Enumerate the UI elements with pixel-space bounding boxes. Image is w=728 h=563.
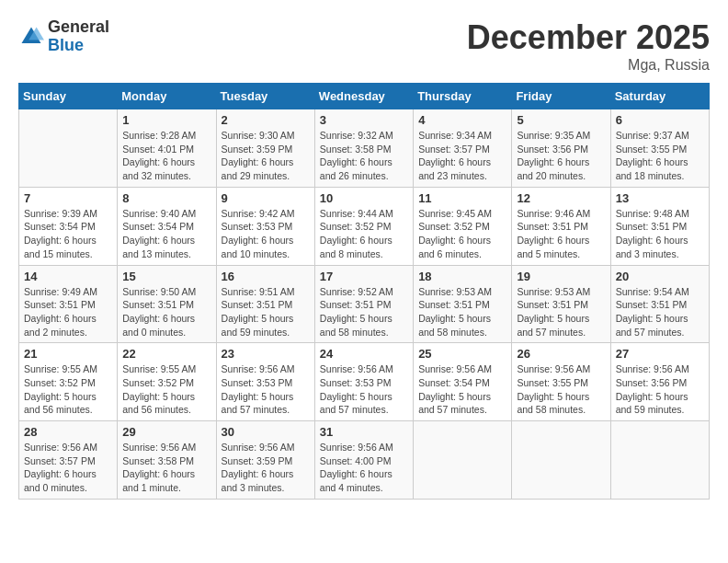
header: General Blue December 2025 Mga, Russia xyxy=(18,18,710,74)
week-row-2: 14Sunrise: 9:49 AM Sunset: 3:51 PM Dayli… xyxy=(19,265,710,343)
day-number: 1 xyxy=(122,113,210,127)
calendar-cell: 5Sunrise: 9:35 AM Sunset: 3:56 PM Daylig… xyxy=(512,109,610,188)
day-info: Sunrise: 9:42 AM Sunset: 3:53 PM Dayligh… xyxy=(222,207,310,261)
calendar-cell: 7Sunrise: 9:39 AM Sunset: 3:54 PM Daylig… xyxy=(19,187,118,265)
day-number: 2 xyxy=(222,113,310,127)
calendar-cell: 16Sunrise: 9:51 AM Sunset: 3:51 PM Dayli… xyxy=(216,265,314,343)
day-number: 26 xyxy=(517,347,605,361)
day-info: Sunrise: 9:56 AM Sunset: 3:59 PM Dayligh… xyxy=(222,441,310,495)
calendar-cell: 1Sunrise: 9:28 AM Sunset: 4:01 PM Daylig… xyxy=(118,109,216,188)
calendar-cell: 13Sunrise: 9:48 AM Sunset: 3:51 PM Dayli… xyxy=(610,187,709,265)
day-info: Sunrise: 9:40 AM Sunset: 3:54 PM Dayligh… xyxy=(122,207,210,261)
day-number: 14 xyxy=(24,270,112,283)
day-number: 9 xyxy=(222,191,310,205)
day-number: 22 xyxy=(122,347,210,361)
location: Mga, Russia xyxy=(467,57,710,74)
day-number: 12 xyxy=(517,191,605,205)
day-info: Sunrise: 9:45 AM Sunset: 3:52 PM Dayligh… xyxy=(418,207,506,261)
logo: General Blue xyxy=(18,18,109,55)
calendar-cell: 31Sunrise: 9:56 AM Sunset: 4:00 PM Dayli… xyxy=(314,421,413,500)
day-number: 30 xyxy=(222,425,310,439)
day-info: Sunrise: 9:35 AM Sunset: 3:56 PM Dayligh… xyxy=(517,129,605,183)
header-day-wednesday: Wednesday xyxy=(314,84,413,109)
calendar-cell xyxy=(610,421,709,500)
day-number: 7 xyxy=(24,191,112,205)
day-info: Sunrise: 9:56 AM Sunset: 4:00 PM Dayligh… xyxy=(320,441,408,495)
day-info: Sunrise: 9:56 AM Sunset: 3:54 PM Dayligh… xyxy=(418,362,506,417)
day-number: 28 xyxy=(24,425,112,439)
day-number: 31 xyxy=(320,425,408,439)
calendar-cell: 20Sunrise: 9:54 AM Sunset: 3:51 PM Dayli… xyxy=(610,265,709,343)
day-info: Sunrise: 9:56 AM Sunset: 3:55 PM Dayligh… xyxy=(517,362,605,417)
day-info: Sunrise: 9:56 AM Sunset: 3:53 PM Dayligh… xyxy=(222,362,310,417)
calendar-cell xyxy=(19,109,118,188)
calendar-cell: 9Sunrise: 9:42 AM Sunset: 3:53 PM Daylig… xyxy=(216,187,314,265)
day-number: 11 xyxy=(418,191,506,205)
logo-icon xyxy=(18,24,44,50)
day-number: 15 xyxy=(122,270,210,283)
calendar-cell: 30Sunrise: 9:56 AM Sunset: 3:59 PM Dayli… xyxy=(216,421,314,500)
day-number: 6 xyxy=(616,113,704,127)
header-day-sunday: Sunday xyxy=(19,84,118,109)
header-day-monday: Monday xyxy=(118,84,216,109)
calendar-cell: 12Sunrise: 9:46 AM Sunset: 3:51 PM Dayli… xyxy=(512,187,610,265)
calendar-cell: 2Sunrise: 9:30 AM Sunset: 3:59 PM Daylig… xyxy=(216,109,314,188)
header-day-tuesday: Tuesday xyxy=(216,84,314,109)
day-info: Sunrise: 9:55 AM Sunset: 3:52 PM Dayligh… xyxy=(122,362,210,417)
calendar-cell: 19Sunrise: 9:53 AM Sunset: 3:51 PM Dayli… xyxy=(512,265,610,343)
day-number: 4 xyxy=(418,113,506,127)
day-info: Sunrise: 9:56 AM Sunset: 3:57 PM Dayligh… xyxy=(24,441,112,495)
calendar-cell: 11Sunrise: 9:45 AM Sunset: 3:52 PM Dayli… xyxy=(414,187,512,265)
day-info: Sunrise: 9:49 AM Sunset: 3:51 PM Dayligh… xyxy=(24,285,112,339)
day-number: 5 xyxy=(517,113,605,127)
header-day-friday: Friday xyxy=(512,84,610,109)
calendar-cell: 10Sunrise: 9:44 AM Sunset: 3:52 PM Dayli… xyxy=(314,187,413,265)
day-info: Sunrise: 9:52 AM Sunset: 3:51 PM Dayligh… xyxy=(320,285,408,339)
header-day-thursday: Thursday xyxy=(414,84,512,109)
calendar-cell: 29Sunrise: 9:56 AM Sunset: 3:58 PM Dayli… xyxy=(118,421,216,500)
day-number: 18 xyxy=(418,270,506,283)
calendar-cell: 18Sunrise: 9:53 AM Sunset: 3:51 PM Dayli… xyxy=(414,265,512,343)
header-row: SundayMondayTuesdayWednesdayThursdayFrid… xyxy=(19,84,710,109)
calendar-cell: 22Sunrise: 9:55 AM Sunset: 3:52 PM Dayli… xyxy=(118,343,216,421)
calendar-cell: 24Sunrise: 9:56 AM Sunset: 3:53 PM Dayli… xyxy=(314,343,413,421)
day-info: Sunrise: 9:34 AM Sunset: 3:57 PM Dayligh… xyxy=(418,129,506,183)
day-info: Sunrise: 9:53 AM Sunset: 3:51 PM Dayligh… xyxy=(418,285,506,339)
calendar-cell: 25Sunrise: 9:56 AM Sunset: 3:54 PM Dayli… xyxy=(414,343,512,421)
logo-general: General Blue xyxy=(48,18,109,55)
day-info: Sunrise: 9:56 AM Sunset: 3:53 PM Dayligh… xyxy=(320,362,408,417)
calendar-cell: 15Sunrise: 9:50 AM Sunset: 3:51 PM Dayli… xyxy=(118,265,216,343)
day-info: Sunrise: 9:55 AM Sunset: 3:52 PM Dayligh… xyxy=(24,362,112,417)
calendar-table: SundayMondayTuesdayWednesdayThursdayFrid… xyxy=(18,83,710,500)
day-number: 8 xyxy=(122,191,210,205)
calendar-cell: 23Sunrise: 9:56 AM Sunset: 3:53 PM Dayli… xyxy=(216,343,314,421)
calendar-cell: 4Sunrise: 9:34 AM Sunset: 3:57 PM Daylig… xyxy=(414,109,512,188)
calendar-cell: 26Sunrise: 9:56 AM Sunset: 3:55 PM Dayli… xyxy=(512,343,610,421)
day-number: 20 xyxy=(616,270,704,283)
day-info: Sunrise: 9:46 AM Sunset: 3:51 PM Dayligh… xyxy=(517,207,605,261)
calendar-cell: 27Sunrise: 9:56 AM Sunset: 3:56 PM Dayli… xyxy=(610,343,709,421)
day-info: Sunrise: 9:56 AM Sunset: 3:56 PM Dayligh… xyxy=(616,362,704,417)
title-area: December 2025 Mga, Russia xyxy=(467,18,710,74)
day-number: 13 xyxy=(616,191,704,205)
day-info: Sunrise: 9:39 AM Sunset: 3:54 PM Dayligh… xyxy=(24,207,112,261)
calendar-cell: 21Sunrise: 9:55 AM Sunset: 3:52 PM Dayli… xyxy=(19,343,118,421)
day-info: Sunrise: 9:32 AM Sunset: 3:58 PM Dayligh… xyxy=(320,129,408,183)
day-info: Sunrise: 9:50 AM Sunset: 3:51 PM Dayligh… xyxy=(122,285,210,339)
day-info: Sunrise: 9:30 AM Sunset: 3:59 PM Dayligh… xyxy=(222,129,310,183)
day-number: 29 xyxy=(122,425,210,439)
day-info: Sunrise: 9:28 AM Sunset: 4:01 PM Dayligh… xyxy=(122,129,210,183)
calendar-cell: 14Sunrise: 9:49 AM Sunset: 3:51 PM Dayli… xyxy=(19,265,118,343)
day-info: Sunrise: 9:44 AM Sunset: 3:52 PM Dayligh… xyxy=(320,207,408,261)
day-number: 23 xyxy=(222,347,310,361)
day-number: 25 xyxy=(418,347,506,361)
day-number: 10 xyxy=(320,191,408,205)
day-info: Sunrise: 9:51 AM Sunset: 3:51 PM Dayligh… xyxy=(222,285,310,339)
calendar-cell: 17Sunrise: 9:52 AM Sunset: 3:51 PM Dayli… xyxy=(314,265,413,343)
day-number: 21 xyxy=(24,347,112,361)
week-row-4: 28Sunrise: 9:56 AM Sunset: 3:57 PM Dayli… xyxy=(19,421,710,500)
week-row-1: 7Sunrise: 9:39 AM Sunset: 3:54 PM Daylig… xyxy=(19,187,710,265)
day-info: Sunrise: 9:37 AM Sunset: 3:55 PM Dayligh… xyxy=(616,129,704,183)
week-row-3: 21Sunrise: 9:55 AM Sunset: 3:52 PM Dayli… xyxy=(19,343,710,421)
day-info: Sunrise: 9:48 AM Sunset: 3:51 PM Dayligh… xyxy=(616,207,704,261)
